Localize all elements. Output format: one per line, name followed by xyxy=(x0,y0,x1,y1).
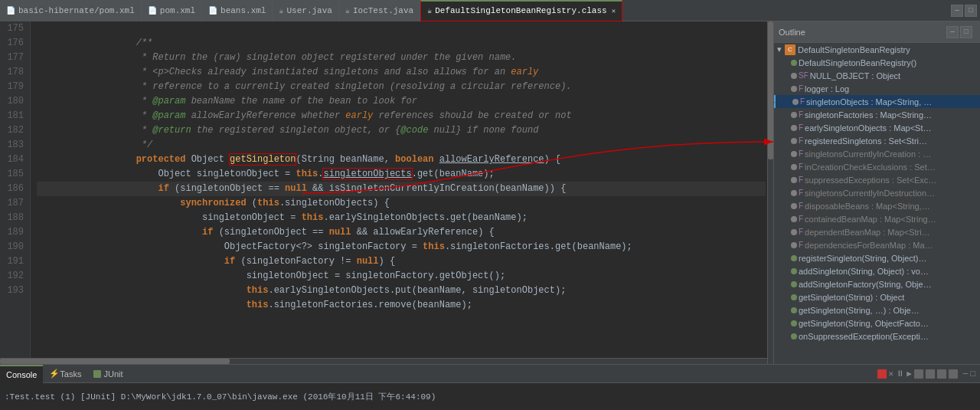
outline-add-singleton-factory[interactable]: addSingletonFactory(String, Obje… xyxy=(774,277,980,290)
outline-register-singleton[interactable]: registerSingleton(String, Object)… xyxy=(774,251,980,264)
outline-window-controls: ─ □ xyxy=(946,26,975,38)
gray-dot-icon xyxy=(791,151,797,157)
green-dot-icon xyxy=(791,333,797,339)
java-icon: ☕ xyxy=(279,6,283,15)
x-icon[interactable]: ✕ xyxy=(889,369,894,379)
editor-content[interactable]: 175 176 177 178 179 180 181 182 183 184 … xyxy=(0,21,773,364)
singleton-objects-label: singletonObjects : Map<String, … xyxy=(806,97,932,107)
get-singleton-str-label: getSingleton(String) : Object xyxy=(799,293,904,302)
maximize-button[interactable]: □ xyxy=(965,5,977,17)
junit-tab-label: JUnit xyxy=(103,369,122,379)
outline-constructor[interactable]: DefaultSingletonBeanRegistry() xyxy=(774,56,980,69)
tab-ioctest[interactable]: ☕ IocTest.java xyxy=(339,0,420,21)
outline-maximize-button[interactable]: □ xyxy=(960,26,972,38)
line-num-184: 184 xyxy=(6,153,24,167)
console-text: :Test.test (1) [JUnit] D:\MyWork\jdk1.7.… xyxy=(5,391,436,402)
horizontal-scrollbar[interactable] xyxy=(0,358,767,364)
clear-button[interactable] xyxy=(914,369,923,379)
contained-bean-map-label: containedBeanMap : Map<String… xyxy=(805,215,936,224)
file-icon: 📄 xyxy=(208,6,217,15)
run-icon[interactable]: ▶ xyxy=(906,369,912,379)
outline-title: Outline xyxy=(779,28,805,37)
minimize-button[interactable]: ─ xyxy=(951,5,963,17)
increation-check-label: inCreationCheckExclusions : Set… xyxy=(805,162,936,172)
file-icon: 📄 xyxy=(148,6,157,15)
line-num-179: 179 xyxy=(6,80,24,94)
outline-contained-bean-map[interactable]: F containedBeanMap : Map<String… xyxy=(774,212,980,225)
max-icon[interactable]: □ xyxy=(970,369,975,379)
tab-beans[interactable]: 📄 beans.xml xyxy=(202,0,273,21)
filter-button[interactable] xyxy=(937,369,946,379)
green-dot-icon xyxy=(791,60,797,66)
line-num-182: 182 xyxy=(6,123,24,138)
outline-on-suppressed[interactable]: onSuppressedException(Excepti… xyxy=(774,330,980,343)
outline-get-singleton-str2[interactable]: getSingleton(String, …) : Obje… xyxy=(774,303,980,317)
registered-singletons-label: registeredSingletons : Set<Stri… xyxy=(805,136,927,146)
gray-dot-icon xyxy=(791,125,797,131)
line-num-175: 175 xyxy=(6,21,24,36)
junit-tab[interactable]: JUnit xyxy=(87,365,129,383)
outline-suppressed-exceptions[interactable]: F suppressedExceptions : Set<Exc… xyxy=(774,173,980,186)
outline-disposable-beans[interactable]: F disposableBeans : Map<String,… xyxy=(774,199,980,212)
pause-icon[interactable]: ⏸ xyxy=(896,369,904,379)
code-area: 175 176 177 178 179 180 181 182 183 184 … xyxy=(0,21,773,364)
outline-early-singleton[interactable]: F earlySingletonObjects : Map<St… xyxy=(774,121,980,134)
get-singleton-factory-label: getSingleton(String, ObjectFacto… xyxy=(799,319,929,328)
outline-minimize-button[interactable]: ─ xyxy=(946,26,959,38)
h-scrollbar-thumb[interactable] xyxy=(0,359,230,364)
outline-increation-check[interactable]: F inCreationCheckExclusions : Set… xyxy=(774,160,980,173)
console-tab[interactable]: Console xyxy=(0,365,43,383)
tasks-tab-label: Tasks xyxy=(60,369,81,379)
outline-content: ▾ C DefaultSingletonBeanRegistry Default… xyxy=(774,43,980,364)
line-num-192: 192 xyxy=(6,269,24,284)
stop-button[interactable] xyxy=(877,369,887,379)
on-suppressed-label: onSuppressedException(Excepti… xyxy=(799,332,929,341)
tab-defaultsingleton[interactable]: ☕ DefaultSingletonBeanRegistry.class ✕ xyxy=(420,0,622,21)
tab-basic-hibernate[interactable]: 📄 basic-hibernate/pom.xml xyxy=(0,0,142,21)
line-num-189: 189 xyxy=(6,225,24,240)
f-label: F xyxy=(799,215,803,223)
console-content: :Test.test (1) [JUnit] D:\MyWork\jdk1.7.… xyxy=(0,383,980,410)
outline-dependencies-bean-map[interactable]: F dependenciesForBeanMap : Ma… xyxy=(774,238,980,251)
tab-pom[interactable]: 📄 pom.xml xyxy=(142,0,202,21)
min-icon[interactable]: ─ xyxy=(963,369,969,379)
vertical-scrollbar[interactable] xyxy=(767,21,773,364)
outline-logger[interactable]: F logger : Log xyxy=(774,82,980,95)
line-num-180: 180 xyxy=(6,94,24,109)
singletons-destruction-label: singletonsCurrentlyInDestruction… xyxy=(805,189,935,198)
outline-dependent-bean-map[interactable]: F dependentBeanMap : Map<Stri… xyxy=(774,225,980,238)
tasks-tab[interactable]: ⚡ Tasks xyxy=(43,365,87,383)
green-dot-icon xyxy=(791,268,797,274)
main-container: 📄 basic-hibernate/pom.xml 📄 pom.xml 📄 be… xyxy=(0,0,980,410)
arrow-indicator: ➜ xyxy=(774,96,776,108)
tab-user[interactable]: ☕ User.java xyxy=(273,0,338,21)
settings-button[interactable] xyxy=(949,369,958,379)
outline-singletons-destruction[interactable]: F singletonsCurrentlyInDestruction… xyxy=(774,186,980,199)
green-dot-icon xyxy=(791,320,797,326)
outline-get-singleton-factory[interactable]: getSingleton(String, ObjectFacto… xyxy=(774,317,980,330)
scroll-button[interactable] xyxy=(926,369,935,379)
gray-dot-icon xyxy=(791,177,797,183)
console-tab-label: Console xyxy=(6,370,37,379)
line-num-176: 176 xyxy=(6,36,24,51)
line-num-177: 177 xyxy=(6,51,24,65)
scrollbar-thumb[interactable] xyxy=(768,21,773,159)
line-num-187: 187 xyxy=(6,196,24,211)
outline-singletons-currently[interactable]: F singletonsCurrentlyInCreation : … xyxy=(774,147,980,160)
outline-singleton-objects[interactable]: F singletonObjects : Map<String, … ➜ xyxy=(774,95,980,108)
outline-add-singleton[interactable]: addSingleton(String, Object) : vo… xyxy=(774,264,980,277)
outline-null-object[interactable]: SF NULL_OBJECT : Object xyxy=(774,69,980,82)
suppressed-exceptions-label: suppressedExceptions : Set<Exc… xyxy=(805,175,936,185)
gray-dot-icon xyxy=(791,190,797,196)
outline-singleton-factories[interactable]: F singletonFactories : Map<String… xyxy=(774,108,980,121)
outline-get-singleton-str[interactable]: getSingleton(String) : Object xyxy=(774,290,980,303)
tasks-tab-icon: ⚡ xyxy=(49,369,60,379)
tab-label: pom.xml xyxy=(160,6,195,15)
outline-registered-singletons[interactable]: F registeredSingletons : Set<Stri… xyxy=(774,134,980,147)
constructor-label: DefaultSingletonBeanRegistry() xyxy=(799,58,916,67)
method-name-box: getSingleton xyxy=(230,154,296,165)
f-label: F xyxy=(799,136,803,145)
code-line-175: /** xyxy=(37,21,766,36)
outline-class-header[interactable]: ▾ C DefaultSingletonBeanRegistry xyxy=(774,43,980,56)
tab-close-button[interactable]: ✕ xyxy=(612,7,616,15)
